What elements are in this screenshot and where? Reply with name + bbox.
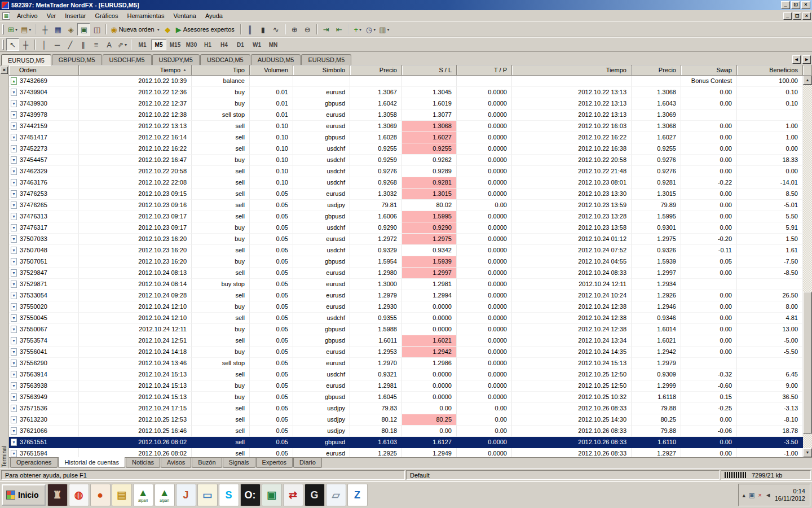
mdi-close-button[interactable] [802, 12, 811, 20]
chart-tab-audusd-m5-5[interactable]: AUDUSD,M5 [251, 54, 301, 65]
table-row[interactable]: ▾376515942012.10.26 08:02sell0.05eurusd1… [9, 448, 803, 457]
column-header-beneficios[interactable]: Beneficios [737, 65, 803, 76]
horizontal-line-button[interactable]: ─ [51, 38, 64, 51]
chart-tab-usdchf-m5-2[interactable]: USDCHF,M5 [103, 54, 152, 65]
minimize-button[interactable] [781, 1, 790, 9]
monitor-app-icon[interactable]: ▣ [262, 484, 282, 506]
column-header-s-l[interactable]: S / L [402, 65, 457, 76]
table-row[interactable]: ▾376132302012.10.25 12:53sell0.05usdjpy8… [9, 414, 803, 426]
terminal-button[interactable]: ▣ [77, 23, 90, 36]
strategy-tester-button[interactable]: ◫ [90, 23, 103, 36]
java-icon[interactable]: J [176, 484, 196, 506]
table-row[interactable]: ▾374421592012.10.22 13:13sell0.10eurusd1… [9, 121, 803, 132]
table-row[interactable]: ▾374544572012.10.22 16:47buy0.10usdchf0.… [9, 155, 803, 166]
start-button[interactable]: Inicio [2, 484, 46, 506]
table-row[interactable]: ▾374399302012.10.22 12:37buy0.01gbpusd1.… [9, 98, 803, 110]
scroll-tabs-right-button[interactable] [802, 55, 811, 64]
new-order-button[interactable]: ◉Nueva orden▾ [109, 23, 161, 36]
crosshair-button[interactable]: ┼ [19, 38, 32, 51]
chart-tab-usdcad-m5-4[interactable]: USDCAD,M5 [200, 54, 250, 65]
experts-button[interactable]: ▶Asesores expertos [174, 23, 238, 36]
column-header-tiempo[interactable]: Tiempo [512, 65, 632, 76]
terminal-tab-diario[interactable]: Diario [293, 458, 322, 468]
chart-tab-eurusd-m5-6[interactable]: EURUSD,M5 [301, 54, 351, 65]
table-row[interactable]: ▾375070512012.10.23 16:20buy0.05gbpusd1.… [9, 256, 803, 268]
media-app-icon[interactable]: ♜ [47, 484, 68, 506]
trendline-button[interactable]: ╱ [64, 38, 77, 51]
toolbar-grip[interactable] [2, 24, 4, 34]
channel-button[interactable]: ∥ [77, 38, 90, 51]
metaeditor-button[interactable]: ◆ [161, 23, 174, 36]
table-row[interactable]: ▾376210662012.10.25 16:46sell0.05usdjpy8… [9, 426, 803, 437]
menu-ayuda[interactable]: Ayuda [201, 11, 227, 20]
mdi-minimize-button[interactable] [783, 12, 792, 20]
column-header-volumen[interactable]: Volumen [250, 65, 293, 76]
timeframe-m30[interactable]: M30 [184, 40, 199, 50]
terminal-tab-noticias[interactable]: Noticias [126, 458, 160, 468]
chart-window-icon[interactable]: ▦ [2, 12, 10, 20]
table-row[interactable]: ▾374762652012.10.23 09:16sell0.05usdjpy7… [9, 200, 803, 211]
column-header-t-p[interactable]: T / P [457, 65, 512, 76]
menu-gr-ficos[interactable]: Gráficos [91, 11, 123, 20]
tray-mute-icon[interactable]: × [758, 492, 761, 498]
chart-shift-button[interactable]: ⇤ [333, 23, 346, 36]
table-row[interactable]: ▾374399782012.10.22 12:38sell stop0.01eu… [9, 110, 803, 121]
periods-button[interactable]: ◷▾ [364, 23, 377, 36]
menu-insertar[interactable]: Insertar [60, 11, 90, 20]
terminal-tab-historial-de-cuentas[interactable]: Historial de cuentas [58, 457, 125, 468]
templates-button[interactable]: ▥▾ [377, 23, 391, 36]
chrome-icon[interactable]: ◍ [69, 484, 89, 506]
restore-button[interactable] [791, 1, 800, 9]
status-profile[interactable]: Default [406, 470, 720, 480]
chart-tab-eurusd-m5-0[interactable]: EURUSD,M5 [1, 54, 51, 65]
column-header-tiempo[interactable]: Tiempo▲ [79, 65, 192, 76]
menu-herramientas[interactable]: Herramientas [122, 11, 169, 20]
toolbar-grip[interactable] [2, 40, 4, 50]
new-chart-button[interactable]: ⊞▾ [6, 23, 19, 36]
navigator-button[interactable]: ◈ [64, 23, 77, 36]
table-row[interactable]: ▾374514172012.10.22 16:14sell0.10gbpusd1… [9, 132, 803, 143]
menu-archivo[interactable]: Archivo [12, 11, 42, 20]
scroll-up-button[interactable] [803, 76, 812, 85]
column-header-precio[interactable]: Precio [632, 65, 681, 76]
profiles-button[interactable]: ▤▾ [19, 23, 33, 36]
table-row[interactable]: ▾375298712012.10.24 08:14buy stop0.05eur… [9, 279, 803, 290]
indicators-button[interactable]: +▾ [351, 23, 364, 36]
table-row[interactable]: ▾375639382012.10.24 15:13buy0.05eurusd1.… [9, 380, 803, 392]
text-button[interactable]: A [103, 38, 116, 51]
table-row[interactable]: ▾374762532012.10.23 09:15sell0.05eurusd1… [9, 189, 803, 200]
chart-tab-usdjpy-m5-3[interactable]: USDJPY,M5 [152, 54, 200, 65]
column-header-s-mbolo[interactable]: Símbolo [293, 65, 350, 76]
timeframe-h1[interactable]: H1 [200, 40, 215, 50]
terminal-tab-expertos[interactable]: Expertos [256, 458, 293, 468]
openoffice-icon[interactable]: O: [240, 484, 261, 506]
data-window-button[interactable]: ▦ [51, 23, 64, 36]
table-row[interactable]: ▾375639142012.10.24 15:13sell0.05usdchf0… [9, 369, 803, 380]
table-row[interactable]: ▾375298472012.10.24 08:13sell0.05eurusd1… [9, 268, 803, 279]
scrollbar-track[interactable] [803, 85, 812, 448]
red-ball-app-icon[interactable]: ● [90, 484, 111, 506]
terminal-tab-operaciones[interactable]: Operaciones [10, 458, 58, 468]
table-row[interactable]: ▾376515512012.10.26 08:02sell0.05gbpusd1… [9, 437, 803, 448]
timeframe-m1[interactable]: M1 [135, 40, 150, 50]
menu-ver[interactable]: Ver [42, 11, 61, 20]
table-row[interactable]: ▾375500452012.10.24 12:10sell0.05usdchf0… [9, 313, 803, 324]
terminal-tab-avisos[interactable]: Avisos [161, 458, 191, 468]
alpari-icon[interactable]: ▲alpari [133, 484, 153, 506]
metatrader-icon[interactable]: ⇄ [283, 484, 303, 506]
table-row[interactable]: ▾375535742012.10.24 12:51sell0.05gbpusd1… [9, 335, 803, 347]
column-header-precio[interactable]: Precio [350, 65, 402, 76]
file-manager-icon[interactable]: ▤ [112, 484, 132, 506]
scrollbar-thumb[interactable] [803, 292, 812, 433]
table-row[interactable]: ▾374763172012.10.23 09:17buy0.05usdchf0.… [9, 222, 803, 234]
z-app-icon[interactable]: Z [347, 484, 368, 506]
taskbar-clock[interactable]: 0:14 16/11/2012 [775, 488, 805, 502]
table-row[interactable]: ▾375500202012.10.24 12:10buy0.05eurusd1.… [9, 301, 803, 313]
notepad-icon[interactable]: ▱ [326, 484, 346, 506]
table-row[interactable]: ▾374631762012.10.22 22:08sell0.10usdchf0… [9, 177, 803, 189]
table-row[interactable]: ▾375500672012.10.24 12:11buy0.05gbpusd1.… [9, 324, 803, 335]
arrows-button[interactable]: ⇗▾ [116, 38, 129, 51]
vertical-line-button[interactable]: │ [38, 38, 51, 51]
timeframe-mn[interactable]: MN [266, 40, 281, 50]
tray-display-icon[interactable]: ▣ [749, 492, 754, 498]
